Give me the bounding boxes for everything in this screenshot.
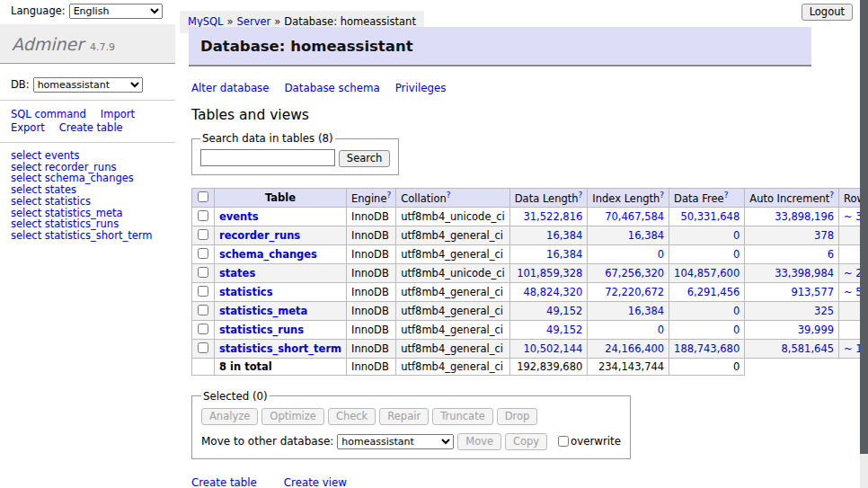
language-label: Language: [11,4,66,17]
row-checkbox[interactable] [198,267,208,278]
total-data-free: 0 [669,358,745,375]
tables-header-row: TableEngine?Collation?Data Length?Index … [192,188,868,207]
collation-cell: utf8mb4_general_ci [396,282,510,301]
table-name-link[interactable]: statistics [219,286,273,298]
column-help-link[interactable]: ? [386,191,391,200]
database-schema-link[interactable]: Database schema [285,82,380,94]
row-checkbox[interactable] [198,342,208,353]
data-free-link[interactable]: 0 [733,248,740,261]
auto-increment-link[interactable]: 39,999 [798,324,834,336]
db-select[interactable]: homeassistant [33,77,143,93]
column-help-link[interactable]: ? [724,191,729,200]
selected-legend: Selected (0) [201,390,270,403]
row-checkbox[interactable] [198,229,208,240]
export-link[interactable]: Export [11,121,45,134]
auto-increment-link[interactable]: 325 [814,305,834,317]
data-length-link[interactable]: 16,384 [546,229,582,242]
data-free-link[interactable]: 0 [733,229,740,242]
data-length-link[interactable]: 49,152 [546,305,582,317]
table-name-link[interactable]: recorder_runs [219,229,300,242]
index-length-link[interactable]: 72,220,672 [605,286,664,298]
data-free-link[interactable]: 0 [733,305,740,317]
index-length-link[interactable]: 0 [658,248,664,261]
data-length-link[interactable]: 10,502,144 [523,342,582,355]
language-select[interactable]: English [69,4,163,19]
index-length-link[interactable]: 24,166,400 [605,342,664,355]
alter-database-link[interactable]: Alter database [191,82,270,94]
row-checkbox[interactable] [198,305,208,315]
row-checkbox[interactable] [198,248,208,259]
vertical-scrollbar-thumb[interactable] [860,0,868,454]
page-title: Database: homeassistant [189,27,811,67]
table-row: schema_changesInnoDButf8mb4_general_ci16… [192,244,868,263]
create-view-link[interactable]: Create view [284,476,347,488]
table-name-link[interactable]: schema_changes [219,248,317,261]
optimize-button[interactable]: Optimize [261,408,324,425]
table-name-link[interactable]: statistics_runs [219,324,304,336]
table-name-link[interactable]: statistics_meta [219,305,307,317]
data-free-link[interactable]: 6,291,456 [687,286,740,298]
import-link[interactable]: Import [101,108,135,120]
data-free-link[interactable]: 188,743,680 [674,342,740,355]
select-all-checkbox[interactable] [198,191,208,202]
table-name-link[interactable]: statistics_short_term [219,342,341,355]
column-help-link[interactable]: ? [660,191,664,200]
search-button[interactable]: Search [339,150,391,167]
sidebar-item-select-statistics[interactable]: select statistics [11,196,175,208]
data-free-link[interactable]: 50,331,648 [680,210,740,223]
data-free-link[interactable]: 0 [733,324,740,336]
overwrite-checkbox[interactable] [558,436,569,447]
index-length-link[interactable]: 16,384 [628,229,664,242]
auto-increment-link[interactable]: 33,398,984 [775,267,834,279]
sql-command-link[interactable]: SQL command [11,108,86,120]
sidebar-action-links: SQL commandImport ExportCreate table [11,108,175,135]
repair-button[interactable]: Repair [379,408,429,425]
row-checkbox[interactable] [198,324,208,334]
data-free-link[interactable]: 104,857,600 [674,267,740,279]
move-button[interactable]: Move [457,433,501,450]
data-length-link[interactable]: 101,859,328 [517,267,582,279]
row-checkbox[interactable] [198,210,208,221]
index-length-link[interactable]: 70,467,584 [605,210,664,223]
auto-increment-link[interactable]: 33,898,196 [775,210,834,223]
sidebar-item-select-statistics-short-term[interactable]: select statistics_short_term [11,230,175,242]
table-name-link[interactable]: events [219,210,259,223]
data-length: 48,824,320 [509,282,588,301]
column-help-link[interactable]: ? [579,191,583,200]
data-length-link[interactable]: 49,152 [546,324,582,336]
column-help-link[interactable]: ? [829,191,834,200]
index-length-link[interactable]: 67,256,320 [605,267,664,279]
table-name-link[interactable]: states [219,267,255,279]
auto-increment-link[interactable]: 8,581,645 [782,342,835,355]
drop-button[interactable]: Drop [497,408,538,425]
sidebar-item-select-events[interactable]: select events [11,150,175,162]
row-select-cell [192,282,215,301]
create-links-row: Create tableCreate view [191,476,818,488]
row-checkbox[interactable] [198,286,208,297]
create-table-link-sidebar[interactable]: Create table [59,121,123,134]
search-input[interactable] [200,149,335,166]
overwrite-label[interactable]: overwrite [571,435,621,448]
copy-button[interactable]: Copy [505,433,547,450]
sidebar-item-select-states[interactable]: select states [11,184,175,196]
create-table-link[interactable]: Create table [191,476,257,488]
data-length: 101,859,328 [509,263,588,282]
auto-increment-link[interactable]: 378 [814,229,834,242]
auto-increment-link[interactable]: 6 [828,248,834,261]
vertical-scrollbar-track[interactable] [860,0,868,488]
index-length-link[interactable]: 16,384 [628,305,664,317]
logout-button[interactable]: Logout [802,4,853,21]
privileges-link[interactable]: Privileges [395,82,447,94]
column-help-link[interactable]: ? [447,191,451,200]
data-length-link[interactable]: 31,522,816 [523,210,582,223]
data-length-link[interactable]: 16,384 [546,248,582,261]
tables-and-views-heading: Tables and views [191,107,818,123]
search-legend: Search data in tables (8) [200,132,335,145]
move-database-select[interactable]: homeassistant [337,434,454,449]
analyze-button[interactable]: Analyze [201,408,258,425]
data-length-link[interactable]: 48,824,320 [523,286,582,298]
auto-increment-link[interactable]: 913,577 [791,286,834,298]
check-button[interactable]: Check [328,408,376,425]
truncate-button[interactable]: Truncate [432,408,493,425]
index-length-link[interactable]: 0 [658,324,664,336]
